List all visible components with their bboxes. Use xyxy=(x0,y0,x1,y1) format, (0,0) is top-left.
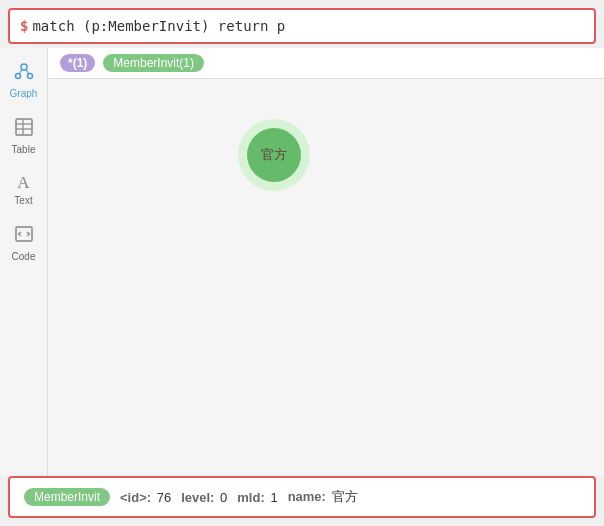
content-area: *(1) MemberInvit(1) 官方 xyxy=(48,48,604,476)
info-id-value: 76 xyxy=(157,490,171,505)
query-dollar: $ xyxy=(20,18,28,34)
filter-bar: *(1) MemberInvit(1) xyxy=(48,48,604,79)
graph-canvas[interactable]: 官方 xyxy=(48,79,604,476)
svg-point-2 xyxy=(27,74,32,79)
table-icon xyxy=(14,117,34,142)
graph-node-outer: 官方 xyxy=(238,119,310,191)
info-type-badge: MemberInvit xyxy=(24,488,110,506)
info-name-value: 官方 xyxy=(332,489,358,504)
info-mld-label: mld: 1 xyxy=(237,490,277,505)
graph-node[interactable]: 官方 xyxy=(247,128,301,182)
sidebar-item-table[interactable]: Table xyxy=(0,109,47,163)
sidebar-label-graph: Graph xyxy=(10,88,38,99)
sidebar-item-text[interactable]: A Text xyxy=(0,165,47,214)
info-bar: MemberInvit <id>: 76 level: 0 mld: 1 nam… xyxy=(8,476,596,518)
sidebar-label-code: Code xyxy=(12,251,36,262)
svg-line-4 xyxy=(26,70,29,74)
text-icon: A xyxy=(17,173,29,193)
sidebar-item-code[interactable]: Code xyxy=(0,216,47,270)
graph-node-wrapper: 官方 xyxy=(238,119,310,191)
count-badge[interactable]: *(1) xyxy=(60,54,95,72)
info-mld-value: 1 xyxy=(270,490,277,505)
info-level-label: level: 0 xyxy=(181,490,227,505)
svg-point-0 xyxy=(21,64,27,70)
svg-point-1 xyxy=(15,74,20,79)
svg-line-3 xyxy=(19,70,22,74)
sidebar-label-table: Table xyxy=(12,144,36,155)
graph-icon xyxy=(14,61,34,86)
query-bar[interactable]: $ match (p:MemberInvit) return p xyxy=(8,8,596,44)
info-id-label: <id>: 76 xyxy=(120,490,171,505)
main-layout: Graph Table A Text xyxy=(0,48,604,476)
sidebar-label-text: Text xyxy=(14,195,32,206)
type-filter-badge[interactable]: MemberInvit(1) xyxy=(103,54,204,72)
info-level-value: 0 xyxy=(220,490,227,505)
sidebar: Graph Table A Text xyxy=(0,48,48,476)
code-icon xyxy=(14,224,34,249)
sidebar-item-graph[interactable]: Graph xyxy=(0,53,47,107)
svg-rect-5 xyxy=(16,119,32,135)
query-text: match (p:MemberInvit) return p xyxy=(32,18,285,34)
info-name-label: name: 官方 xyxy=(288,488,358,506)
